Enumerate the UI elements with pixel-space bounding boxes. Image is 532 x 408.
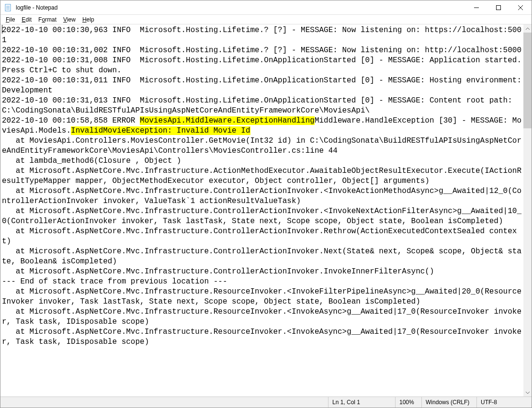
editor-wrap: 2022-10-10 00:10:30,963 INFO Microsoft.H… [0, 24, 532, 397]
status-bar: Ln 1, Col 1 100% Windows (CRLF) UTF-8 [0, 397, 532, 408]
scroll-down-button[interactable] [523, 388, 532, 397]
highlight-1: MoviesApi.Middleware.ExceptionHandling [140, 116, 315, 125]
menu-bar: File Edit Format View Help [0, 15, 532, 24]
text-editor[interactable]: 2022-10-10 00:10:30,963 INFO Microsoft.H… [0, 24, 523, 397]
vertical-scrollbar[interactable] [523, 24, 532, 397]
status-zoom: 100% [395, 397, 421, 408]
log-text-post: at MoviesApi.Controllers.MoviesControlle… [2, 136, 521, 346]
notepad-icon [4, 4, 12, 11]
status-encoding: UTF-8 [476, 397, 532, 408]
maximize-button[interactable] [487, 0, 509, 14]
status-position: Ln 1, Col 1 [328, 397, 395, 408]
scroll-thumb[interactable] [523, 33, 532, 128]
minimize-button[interactable] [465, 0, 487, 14]
menu-view[interactable]: View [60, 16, 79, 23]
window-title: logfile - Notepad [16, 4, 465, 11]
menu-edit[interactable]: Edit [18, 16, 35, 23]
menu-format[interactable]: Format [35, 16, 60, 23]
svg-rect-5 [497, 5, 501, 10]
title-bar: logfile - Notepad [0, 0, 532, 15]
scroll-up-button[interactable] [523, 24, 532, 33]
window-controls [465, 0, 532, 14]
close-button[interactable] [509, 0, 532, 14]
status-eol: Windows (CRLF) [421, 397, 476, 408]
menu-file[interactable]: File [2, 16, 18, 23]
log-text-pre: 2022-10-10 00:10:30,963 INFO Microsoft.H… [2, 26, 523, 125]
highlight-2: InvalidMovieException: Invalid Movie Id [71, 126, 250, 135]
scroll-track[interactable] [523, 33, 532, 388]
menu-help[interactable]: Help [79, 16, 98, 23]
